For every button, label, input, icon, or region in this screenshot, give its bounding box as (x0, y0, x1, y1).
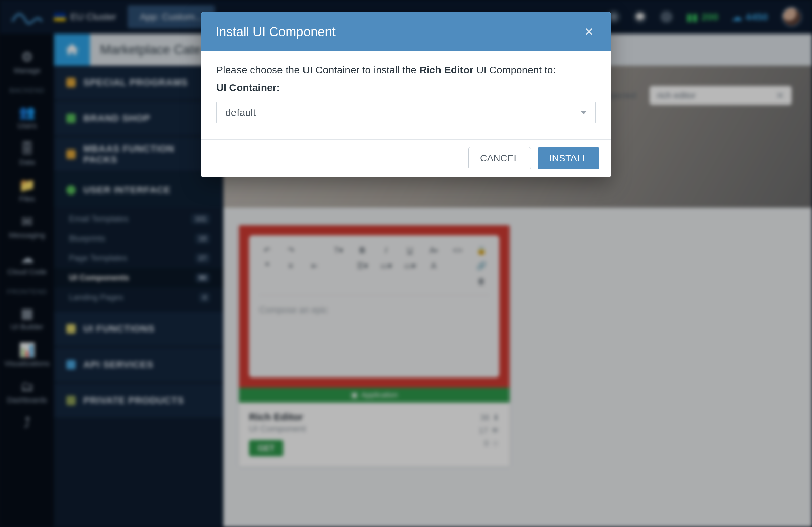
modal-body: Please choose the UI Container to instal… (201, 52, 611, 140)
install-modal: Install UI Component Please choose the U… (201, 12, 611, 177)
ui-container-value: default (225, 107, 256, 118)
close-icon (585, 27, 593, 36)
modal-prompt: Please choose the UI Container to instal… (216, 64, 596, 76)
modal-overlay: Install UI Component Please choose the U… (0, 0, 812, 527)
install-button[interactable]: INSTALL (538, 147, 599, 170)
modal-header: Install UI Component (201, 12, 611, 52)
cancel-button[interactable]: CANCEL (468, 147, 531, 170)
ui-container-select[interactable]: default (216, 101, 596, 125)
modal-close-button[interactable] (582, 24, 596, 39)
modal-title: Install UI Component (216, 25, 336, 39)
modal-footer: CANCEL INSTALL (201, 140, 611, 177)
ui-container-label: UI Container: (216, 82, 596, 93)
chevron-down-icon (581, 111, 587, 114)
